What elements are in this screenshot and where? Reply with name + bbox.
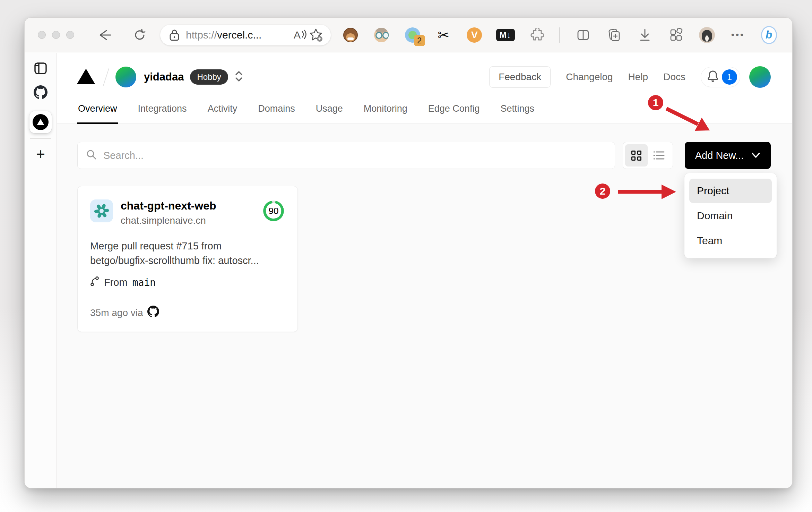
- lighthouse-score-ring: 90: [262, 199, 285, 222]
- project-avatar: [90, 199, 113, 222]
- toggle-sidebar-icon[interactable]: [34, 62, 47, 76]
- bell-icon: [707, 69, 719, 85]
- team-avatar[interactable]: [115, 67, 136, 87]
- search-field[interactable]: [77, 142, 615, 169]
- dropdown-item-team[interactable]: Team: [689, 229, 772, 253]
- lock-icon: [169, 28, 180, 42]
- add-favorite-icon[interactable]: [308, 27, 324, 43]
- svg-text:A: A: [294, 29, 301, 41]
- new-tab-button[interactable]: +: [36, 146, 45, 162]
- git-branch-icon: [90, 276, 99, 289]
- sidebar-divider: [30, 138, 51, 139]
- feedback-button[interactable]: Feedback: [489, 66, 551, 88]
- vercel-logo[interactable]: [77, 68, 95, 86]
- apps-launcher-icon[interactable]: [668, 27, 684, 43]
- project-name[interactable]: chat-gpt-next-web: [121, 199, 262, 212]
- github-source-icon: [147, 306, 159, 320]
- downloads-icon[interactable]: [637, 27, 653, 43]
- video-downloader-extension-icon[interactable]: V: [466, 27, 482, 43]
- collections-icon[interactable]: [606, 27, 622, 43]
- projects-section: Add New...: [57, 124, 792, 488]
- traffic-lights: [38, 31, 74, 39]
- bing-chat-icon[interactable]: b: [761, 27, 777, 43]
- reload-button[interactable]: [132, 27, 148, 43]
- tab-monitoring[interactable]: Monitoring: [363, 101, 408, 123]
- tab-domains[interactable]: Domains: [257, 101, 296, 123]
- chevron-down-icon: [751, 152, 760, 159]
- github-tab-icon[interactable]: [34, 85, 47, 101]
- docs-link[interactable]: Docs: [663, 71, 685, 83]
- extension-badge: 2: [414, 35, 425, 46]
- add-new-button[interactable]: Add New...: [685, 142, 771, 169]
- profile-avatar[interactable]: [699, 27, 715, 43]
- avatar-extension-icon[interactable]: [373, 27, 389, 43]
- close-window-button[interactable]: [38, 31, 46, 39]
- dashboard-header: yidadaa Hobby Feedback Changelog Help Do…: [57, 53, 792, 101]
- dropdown-item-domain[interactable]: Domain: [689, 204, 772, 228]
- tab-activity[interactable]: Activity: [207, 101, 238, 123]
- search-icon: [86, 149, 97, 162]
- help-link[interactable]: Help: [628, 71, 648, 83]
- vercel-tab-active[interactable]: [29, 111, 52, 133]
- dashboard-tabs: Overview Integrations Activity Domains U…: [57, 101, 792, 124]
- notifications-button[interactable]: 1: [701, 67, 740, 87]
- branch-name[interactable]: main: [132, 277, 156, 288]
- team-switcher-icon[interactable]: [234, 70, 243, 84]
- back-button[interactable]: [98, 27, 114, 43]
- notification-count-badge: 1: [722, 69, 737, 85]
- zoom-window-button[interactable]: [66, 31, 74, 39]
- vertical-tabs-sidebar: +: [25, 53, 57, 488]
- tab-settings[interactable]: Settings: [500, 101, 535, 123]
- url-host: vercel.c...: [217, 29, 261, 41]
- grid-view-icon: [631, 151, 641, 161]
- view-toggle: [623, 142, 673, 169]
- tab-integrations[interactable]: Integrations: [137, 101, 188, 123]
- vercel-dashboard: yidadaa Hobby Feedback Changelog Help Do…: [57, 53, 792, 488]
- add-new-label: Add New...: [695, 150, 744, 161]
- changelog-link[interactable]: Changelog: [566, 71, 613, 83]
- split-screen-icon[interactable]: [575, 27, 591, 43]
- browser-toolbar: https://vercel.c... A 2 ✂ V M↓: [25, 18, 792, 52]
- extensions-puzzle-icon[interactable]: [528, 27, 544, 43]
- tab-overview[interactable]: Overview: [77, 101, 118, 124]
- tab-edge-config[interactable]: Edge Config: [427, 101, 481, 123]
- markdown-extension-icon[interactable]: M↓: [498, 27, 513, 43]
- deployment-meta: 35m ago via: [90, 307, 143, 318]
- settings-menu-icon[interactable]: •••: [730, 27, 746, 43]
- read-aloud-icon[interactable]: A: [293, 27, 308, 43]
- vercel-tab-icon: [33, 114, 49, 130]
- project-card[interactable]: chat-gpt-next-web chat.simplenaive.cn 90…: [77, 186, 298, 332]
- openai-logo-icon: [94, 203, 110, 219]
- search-input[interactable]: [103, 150, 606, 161]
- breadcrumb-slash: [103, 68, 109, 86]
- add-new-dropdown: Project Domain Team: [684, 173, 777, 258]
- project-domain[interactable]: chat.simplenaive.cn: [121, 215, 262, 226]
- plan-badge: Hobby: [190, 69, 228, 85]
- dropdown-item-project[interactable]: Project: [689, 179, 772, 203]
- from-label: From: [104, 277, 128, 288]
- address-bar[interactable]: https://vercel.c... A: [160, 25, 331, 45]
- browser-window: https://vercel.c... A 2 ✂ V M↓: [24, 17, 793, 488]
- deployment-commit-message: Merge pull request #715 from betgo/bugfi…: [90, 239, 285, 268]
- minimize-window-button[interactable]: [52, 31, 60, 39]
- tab-usage[interactable]: Usage: [315, 101, 344, 123]
- tampermonkey-extension-icon[interactable]: [343, 27, 359, 43]
- team-name: yidadaa: [144, 71, 184, 83]
- score-value: 90: [262, 199, 285, 222]
- grid-view-button[interactable]: [625, 144, 648, 167]
- toolbar-divider: [559, 27, 560, 43]
- user-avatar[interactable]: [749, 66, 771, 88]
- url-scheme: https://: [186, 29, 217, 41]
- list-view-icon: [653, 151, 665, 160]
- list-view-button[interactable]: [648, 144, 671, 167]
- clipper-extension-icon[interactable]: ✂: [435, 27, 451, 43]
- proxy-extension-icon[interactable]: 2: [405, 27, 421, 43]
